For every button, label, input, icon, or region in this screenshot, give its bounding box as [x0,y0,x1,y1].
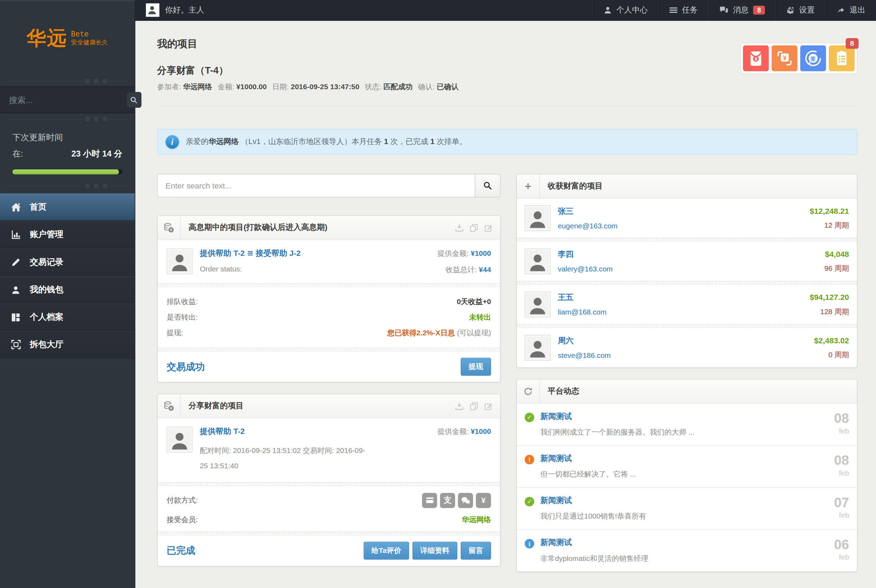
interest-detail-rows: 排队收益: 0天收益+0 是否转出: 未转出 提现: 您已获得2.2%-X日息 … [158,287,500,348]
sidebar-item-accounts[interactable]: 账户管理 [0,221,135,249]
message-button[interactable]: 留言 [461,542,491,560]
meta-label: 确认: [418,82,434,91]
news-date: 08 feb [834,412,849,437]
alert-text: 次排单。 [437,138,467,146]
copy-icon[interactable] [470,224,478,232]
alert-text: （Lv1，山东临沂市地区领导人）本月任务 [241,138,382,146]
trade-status: 交易成功 [167,360,205,373]
news-title-link[interactable]: 新闻测试 [541,496,828,506]
member-name-link[interactable]: 张三 [558,207,802,217]
meta-value: ¥1000.00 [236,82,267,91]
harvest-cycles: 96 周期 [824,264,849,273]
edit-icon[interactable] [484,224,493,232]
messages-badge: 8 [753,6,765,15]
amount-label: 提供金额: [438,427,469,436]
download-icon[interactable] [455,224,463,232]
news-item: ✓ 新闻测试 我们只是通过1000销售!恭喜所有 07 feb [517,488,857,530]
topbar-item-profile[interactable]: 个人中心 [593,0,658,20]
download-icon[interactable] [455,402,463,410]
interest-panel-title: 高息期中的项目(打款确认后进入高息期) [180,222,455,232]
topbar-item-tasks[interactable]: 任务 [658,0,709,20]
orders-badge: 8 [846,38,859,49]
member-email-link[interactable]: valery@163.com [558,265,817,273]
news-title-link[interactable]: 新闻测试 [541,538,828,548]
logo-tagline: 安全健康长久 [71,39,108,46]
member-email-link[interactable]: liam@168.com [558,308,802,316]
share-panel-footer: 已完成 给Ta评价 详细资料 留言 [158,535,500,566]
topbar-actions: 个人中心 任务 消息 8 设置 退出 [593,0,876,20]
news-date: 06 feb [834,538,849,563]
alipay-icon[interactable]: 支 [440,492,455,508]
detail-row: 是否转出: 未转出 [167,310,491,325]
copy-icon[interactable] [470,402,478,410]
sidebar-separator [0,180,135,191]
news-panel: 平台动态 ✓ 新闻测试 我们刚刚成立了一个新的服务器。我们的大师 ... 08 … [516,379,857,572]
avatar [525,292,550,317]
avatar [167,427,192,452]
logo-text: 华远 [27,25,67,51]
topbar-item-messages[interactable]: 消息 8 [708,0,775,20]
topbar-item-label: 退出 [850,5,865,15]
share-panel-header: ¥ 分享财富的项目 [158,394,500,418]
status-warning-icon: ! [525,455,534,464]
wechat-icon[interactable] [458,492,473,508]
share-order-link[interactable]: 提供帮助 T-2 [200,427,245,436]
alert-done-count: 1 [430,138,434,146]
news-panel-title: 平台动态 [540,386,857,396]
sidebar-item-profile[interactable]: 个人档案 [0,303,135,331]
news-month: feb [834,469,849,477]
news-date: 08 feb [834,454,849,479]
topbar-user[interactable]: 你好。主人 [135,3,204,17]
sidebar-item-transactions[interactable]: 交易记录 [0,249,135,276]
sidebar-search [0,86,135,114]
quick-actions: ¥ ¥ 签 8 [740,43,858,74]
harvest-panel-header: + 收获财富的项目 [517,174,857,198]
interest-panel-footer: 交易成功 提现 [158,352,500,382]
interest-panel: ¥ 高息期中的项目(打款确认后进入高息期) 提供帮助 T-2 ≅ 接受帮助 J-… [157,215,500,382]
exchange-button[interactable]: ¥ [771,45,797,71]
orders-button[interactable]: 8 [829,45,855,71]
sidebar-item-label: 账户管理 [30,230,63,240]
withdraw-button[interactable]: 提现 [461,358,491,376]
harvest-panel: + 收获财富的项目 张三 eugene@163.com $12,248.21 1… [516,174,857,368]
meta-label: 参加者: [157,82,181,91]
amount-value: ¥1000 [471,427,491,436]
sidebar-item-unpack-hall[interactable]: 拆包大厅 [0,331,135,358]
project-meta: 参加者: 华远网络 金额: ¥1000.00 日期: 2016-09-25 13… [157,82,857,92]
interest-order-link[interactable]: 提供帮助 T-2 ≅ 接受帮助 J-2 [200,249,301,258]
info-alert: i 亲爱的华远网络 （Lv1，山东临沂市地区领导人）本月任务 1 次，已完成 1… [157,129,857,155]
rate-button[interactable]: 给Ta评价 [364,542,409,560]
sidebar-item-home[interactable]: 首页 [0,194,135,221]
header-divider [157,106,857,108]
refresh-icon[interactable] [517,380,540,404]
topbar-item-settings[interactable]: 设置 [775,0,826,20]
sign-in-icon: 签 [804,49,823,68]
bank-card-icon[interactable] [422,492,437,508]
status-success-icon: ✓ [525,497,534,506]
status-info-icon: i [525,539,534,548]
project-search-button[interactable] [475,174,500,198]
member-name-link[interactable]: 周六 [558,336,807,346]
member-email-link[interactable]: steve@186.com [558,351,807,359]
svg-text:签: 签 [810,56,816,62]
unionpay-icon[interactable]: ¥ [476,492,491,508]
sidebar-search-input[interactable] [8,94,122,105]
member-email-link[interactable]: eugene@163.com [558,222,802,230]
harvest-amount: $2,483.02 [814,336,849,345]
logo-beta-label: Bete [71,30,108,39]
news-title-link[interactable]: 新闻测试 [541,454,828,464]
project-search-input[interactable] [157,174,475,198]
topbar: 你好。主人 个人中心 任务 消息 8 设置 退出 [135,0,876,21]
sidebar-item-wallet[interactable]: 我的钱包 [0,276,135,303]
red-packet-button[interactable]: ¥ [743,45,769,71]
edit-icon[interactable] [484,402,493,410]
topbar-item-logout[interactable]: 退出 [826,0,876,20]
details-button[interactable]: 详细资料 [412,542,457,560]
news-month: feb [834,553,849,561]
news-title-link[interactable]: 新闻测试 [541,412,828,422]
sidebar-item-label: 个人档案 [30,312,63,322]
harvest-panel-title: 收获财富的项目 [540,181,857,191]
member-name-link[interactable]: 李四 [558,250,817,260]
member-name-link[interactable]: 王五 [558,292,802,303]
signin-button[interactable]: 签 [800,45,826,71]
